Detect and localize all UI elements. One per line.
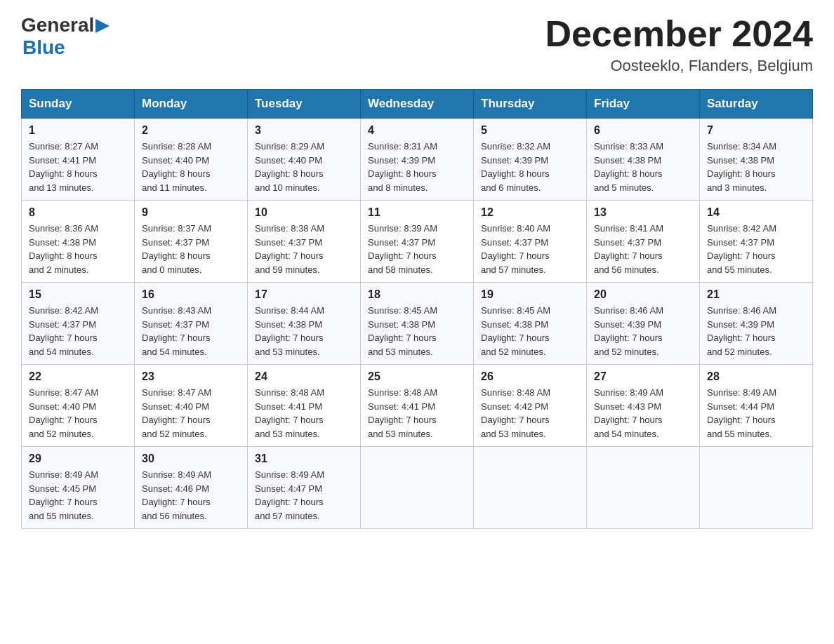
- title-block: December 2024 Oosteeklo, Flanders, Belgi…: [545, 14, 813, 75]
- weekday-header-saturday: Saturday: [700, 90, 813, 119]
- logo-general-text: General: [21, 14, 94, 36]
- day-number: 28: [707, 370, 805, 383]
- logo-icon: General Blue: [21, 14, 111, 59]
- day-info: Sunrise: 8:37 AM Sunset: 4:37 PM Dayligh…: [142, 223, 211, 275]
- day-number: 12: [481, 206, 579, 219]
- calendar-header: SundayMondayTuesdayWednesdayThursdayFrid…: [22, 90, 813, 119]
- day-number: 16: [142, 288, 240, 301]
- calendar-cell: 1Sunrise: 8:27 AM Sunset: 4:41 PM Daylig…: [22, 119, 135, 201]
- day-number: 10: [255, 206, 353, 219]
- calendar-cell: 21Sunrise: 8:46 AM Sunset: 4:39 PM Dayli…: [700, 283, 813, 365]
- weekday-header-row: SundayMondayTuesdayWednesdayThursdayFrid…: [22, 90, 813, 119]
- calendar-cell: 18Sunrise: 8:45 AM Sunset: 4:38 PM Dayli…: [361, 283, 474, 365]
- day-info: Sunrise: 8:49 AM Sunset: 4:47 PM Dayligh…: [255, 469, 324, 521]
- day-number: 29: [29, 452, 127, 465]
- day-number: 13: [594, 206, 692, 219]
- calendar-cell: 5Sunrise: 8:32 AM Sunset: 4:39 PM Daylig…: [474, 119, 587, 201]
- month-title: December 2024: [545, 14, 813, 54]
- day-info: Sunrise: 8:31 AM Sunset: 4:39 PM Dayligh…: [368, 141, 437, 193]
- calendar-cell: 25Sunrise: 8:48 AM Sunset: 4:41 PM Dayli…: [361, 365, 474, 447]
- calendar-cell: 24Sunrise: 8:48 AM Sunset: 4:41 PM Dayli…: [248, 365, 361, 447]
- day-number: 3: [255, 124, 353, 137]
- day-info: Sunrise: 8:36 AM Sunset: 4:38 PM Dayligh…: [29, 223, 98, 275]
- weekday-header-tuesday: Tuesday: [248, 90, 361, 119]
- day-info: Sunrise: 8:46 AM Sunset: 4:39 PM Dayligh…: [594, 305, 663, 357]
- calendar-cell: [700, 447, 813, 529]
- day-number: 23: [142, 370, 240, 383]
- calendar-cell: 16Sunrise: 8:43 AM Sunset: 4:37 PM Dayli…: [135, 283, 248, 365]
- day-info: Sunrise: 8:43 AM Sunset: 4:37 PM Dayligh…: [142, 305, 211, 357]
- page-header: General Blue December 2024 Oosteeklo, Fl…: [21, 14, 813, 75]
- day-info: Sunrise: 8:44 AM Sunset: 4:38 PM Dayligh…: [255, 305, 324, 357]
- weekday-header-thursday: Thursday: [474, 90, 587, 119]
- day-number: 17: [255, 288, 353, 301]
- day-info: Sunrise: 8:46 AM Sunset: 4:39 PM Dayligh…: [707, 305, 776, 357]
- day-info: Sunrise: 8:40 AM Sunset: 4:37 PM Dayligh…: [481, 223, 550, 275]
- calendar-cell: 29Sunrise: 8:49 AM Sunset: 4:45 PM Dayli…: [22, 447, 135, 529]
- weekday-header-friday: Friday: [587, 90, 700, 119]
- day-info: Sunrise: 8:48 AM Sunset: 4:41 PM Dayligh…: [368, 387, 437, 439]
- day-number: 30: [142, 452, 240, 465]
- calendar-cell: 28Sunrise: 8:49 AM Sunset: 4:44 PM Dayli…: [700, 365, 813, 447]
- calendar-cell: 13Sunrise: 8:41 AM Sunset: 4:37 PM Dayli…: [587, 201, 700, 283]
- day-info: Sunrise: 8:32 AM Sunset: 4:39 PM Dayligh…: [481, 141, 550, 193]
- day-info: Sunrise: 8:45 AM Sunset: 4:38 PM Dayligh…: [481, 305, 550, 357]
- calendar-body: 1Sunrise: 8:27 AM Sunset: 4:41 PM Daylig…: [22, 119, 813, 529]
- calendar-cell: 7Sunrise: 8:34 AM Sunset: 4:38 PM Daylig…: [700, 119, 813, 201]
- day-number: 19: [481, 288, 579, 301]
- calendar-cell: 31Sunrise: 8:49 AM Sunset: 4:47 PM Dayli…: [248, 447, 361, 529]
- day-info: Sunrise: 8:42 AM Sunset: 4:37 PM Dayligh…: [29, 305, 98, 357]
- day-info: Sunrise: 8:38 AM Sunset: 4:37 PM Dayligh…: [255, 223, 324, 275]
- day-info: Sunrise: 8:49 AM Sunset: 4:44 PM Dayligh…: [707, 387, 776, 439]
- calendar-cell: 14Sunrise: 8:42 AM Sunset: 4:37 PM Dayli…: [700, 201, 813, 283]
- day-info: Sunrise: 8:45 AM Sunset: 4:38 PM Dayligh…: [368, 305, 437, 357]
- day-info: Sunrise: 8:29 AM Sunset: 4:40 PM Dayligh…: [255, 141, 324, 193]
- calendar-cell: 27Sunrise: 8:49 AM Sunset: 4:43 PM Dayli…: [587, 365, 700, 447]
- day-number: 7: [707, 124, 805, 137]
- calendar-cell: 2Sunrise: 8:28 AM Sunset: 4:40 PM Daylig…: [135, 119, 248, 201]
- svg-marker-0: [95, 19, 110, 33]
- calendar-cell: 20Sunrise: 8:46 AM Sunset: 4:39 PM Dayli…: [587, 283, 700, 365]
- calendar-cell: 26Sunrise: 8:48 AM Sunset: 4:42 PM Dayli…: [474, 365, 587, 447]
- calendar-week-row: 22Sunrise: 8:47 AM Sunset: 4:40 PM Dayli…: [22, 365, 813, 447]
- calendar-table: SundayMondayTuesdayWednesdayThursdayFrid…: [21, 89, 813, 529]
- day-number: 20: [594, 288, 692, 301]
- calendar-cell: [587, 447, 700, 529]
- day-info: Sunrise: 8:34 AM Sunset: 4:38 PM Dayligh…: [707, 141, 776, 193]
- calendar-cell: 8Sunrise: 8:36 AM Sunset: 4:38 PM Daylig…: [22, 201, 135, 283]
- calendar-cell: 23Sunrise: 8:47 AM Sunset: 4:40 PM Dayli…: [135, 365, 248, 447]
- day-info: Sunrise: 8:41 AM Sunset: 4:37 PM Dayligh…: [594, 223, 663, 275]
- calendar-cell: 6Sunrise: 8:33 AM Sunset: 4:38 PM Daylig…: [587, 119, 700, 201]
- day-number: 8: [29, 206, 127, 219]
- day-number: 14: [707, 206, 805, 219]
- weekday-header-sunday: Sunday: [22, 90, 135, 119]
- day-number: 2: [142, 124, 240, 137]
- calendar-cell: 15Sunrise: 8:42 AM Sunset: 4:37 PM Dayli…: [22, 283, 135, 365]
- day-number: 1: [29, 124, 127, 137]
- day-info: Sunrise: 8:42 AM Sunset: 4:37 PM Dayligh…: [707, 223, 776, 275]
- day-number: 26: [481, 370, 579, 383]
- calendar-cell: 30Sunrise: 8:49 AM Sunset: 4:46 PM Dayli…: [135, 447, 248, 529]
- day-info: Sunrise: 8:49 AM Sunset: 4:45 PM Dayligh…: [29, 469, 98, 521]
- calendar-cell: 19Sunrise: 8:45 AM Sunset: 4:38 PM Dayli…: [474, 283, 587, 365]
- location-title: Oosteeklo, Flanders, Belgium: [545, 57, 813, 75]
- calendar-week-row: 15Sunrise: 8:42 AM Sunset: 4:37 PM Dayli…: [22, 283, 813, 365]
- calendar-cell: 3Sunrise: 8:29 AM Sunset: 4:40 PM Daylig…: [248, 119, 361, 201]
- day-info: Sunrise: 8:47 AM Sunset: 4:40 PM Dayligh…: [29, 387, 98, 439]
- calendar-week-row: 8Sunrise: 8:36 AM Sunset: 4:38 PM Daylig…: [22, 201, 813, 283]
- day-number: 18: [368, 288, 466, 301]
- calendar-cell: 9Sunrise: 8:37 AM Sunset: 4:37 PM Daylig…: [135, 201, 248, 283]
- calendar-cell: 22Sunrise: 8:47 AM Sunset: 4:40 PM Dayli…: [22, 365, 135, 447]
- day-number: 11: [368, 206, 466, 219]
- logo: General Blue: [21, 14, 111, 59]
- logo-blue-text: Blue: [22, 36, 65, 59]
- day-info: Sunrise: 8:48 AM Sunset: 4:41 PM Dayligh…: [255, 387, 324, 439]
- calendar-cell: 12Sunrise: 8:40 AM Sunset: 4:37 PM Dayli…: [474, 201, 587, 283]
- calendar-cell: [361, 447, 474, 529]
- day-number: 25: [368, 370, 466, 383]
- day-info: Sunrise: 8:39 AM Sunset: 4:37 PM Dayligh…: [368, 223, 437, 275]
- weekday-header-monday: Monday: [135, 90, 248, 119]
- day-info: Sunrise: 8:27 AM Sunset: 4:41 PM Dayligh…: [29, 141, 98, 193]
- day-number: 9: [142, 206, 240, 219]
- day-info: Sunrise: 8:47 AM Sunset: 4:40 PM Dayligh…: [142, 387, 211, 439]
